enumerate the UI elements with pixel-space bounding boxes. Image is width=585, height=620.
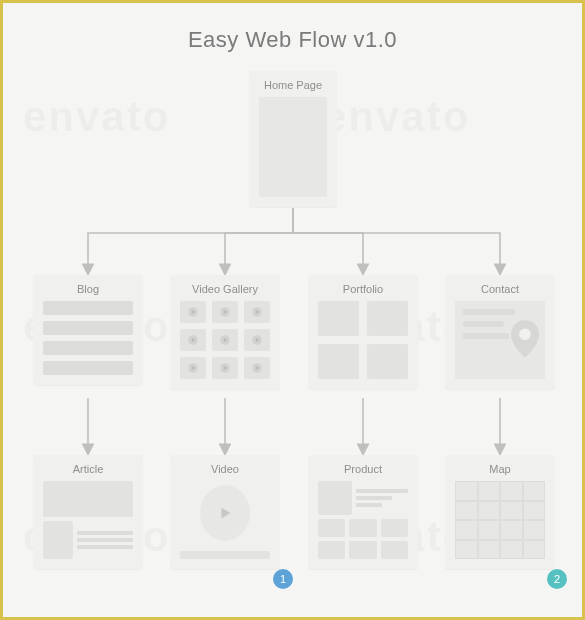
node-blog-label: Blog	[43, 283, 133, 295]
map-thumbnail	[455, 481, 545, 559]
video-thumbnail	[180, 481, 270, 559]
blog-thumbnail	[43, 301, 133, 375]
node-blog[interactable]: Blog	[33, 275, 143, 385]
diagram-canvas: envato envato envato envato envato envat…	[3, 53, 582, 613]
product-thumbnail	[318, 481, 408, 559]
node-portfolio-label: Portfolio	[318, 283, 408, 295]
node-home-label: Home Page	[259, 79, 327, 91]
node-product-label: Product	[318, 463, 408, 475]
play-icon	[200, 485, 250, 541]
svg-point-9	[519, 329, 531, 341]
node-contact[interactable]: Contact	[445, 275, 555, 389]
node-video[interactable]: Video	[170, 455, 280, 569]
home-thumbnail	[259, 97, 327, 197]
map-pin-icon	[511, 319, 539, 359]
badge-2[interactable]: 2	[547, 569, 567, 589]
node-home[interactable]: Home Page	[249, 71, 337, 207]
contact-thumbnail	[455, 301, 545, 379]
node-video-gallery[interactable]: Video Gallery	[170, 275, 280, 389]
node-map-label: Map	[455, 463, 545, 475]
node-map[interactable]: Map	[445, 455, 555, 569]
badge-1[interactable]: 1	[273, 569, 293, 589]
portfolio-thumbnail	[318, 301, 408, 379]
node-portfolio[interactable]: Portfolio	[308, 275, 418, 389]
node-video-label: Video	[180, 463, 270, 475]
node-gallery-label: Video Gallery	[180, 283, 270, 295]
article-thumbnail	[43, 481, 133, 559]
node-article-label: Article	[43, 463, 133, 475]
diagram-title: Easy Web Flow v1.0	[3, 27, 582, 53]
gallery-thumbnail	[180, 301, 270, 379]
node-contact-label: Contact	[455, 283, 545, 295]
node-article[interactable]: Article	[33, 455, 143, 569]
node-product[interactable]: Product	[308, 455, 418, 569]
